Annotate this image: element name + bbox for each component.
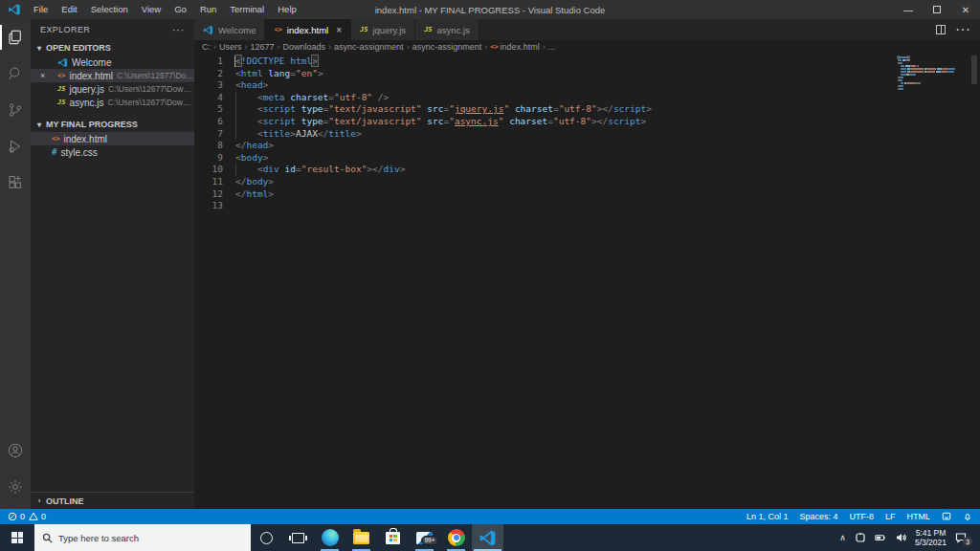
outline-section[interactable]: › OUTLINE (31, 492, 194, 509)
language-mode[interactable]: HTML (907, 512, 931, 521)
menu-view[interactable]: View (135, 0, 167, 19)
menu-help[interactable]: Help (271, 0, 303, 19)
editor-more-actions-icon[interactable]: ··· (955, 21, 970, 38)
vscode-icon (57, 57, 68, 68)
breadcrumb-separator-icon: › (328, 42, 331, 52)
menu-terminal[interactable]: Terminal (223, 0, 271, 19)
breadcrumb-item[interactable]: C: (202, 42, 211, 52)
tray-time: 5:41 PM (915, 528, 947, 538)
code-line[interactable]: 6 <script type="text/javascript" src="as… (194, 116, 980, 128)
code-line[interactable]: 11</body> (194, 176, 980, 188)
warnings-indicator[interactable]: 0 (29, 512, 46, 521)
code-line[interactable]: 12</html> (194, 188, 980, 201)
code-editor[interactable]: 1<!DOCTYPE html>2<html lang="en">3<head>… (194, 54, 980, 509)
line-number: 2 (194, 68, 223, 80)
start-icon[interactable] (0, 524, 34, 551)
js-file-icon: JS (57, 99, 65, 106)
task-view-icon[interactable] (282, 524, 314, 551)
edge-icon[interactable] (314, 524, 345, 551)
tab-welcome[interactable]: Welcome (194, 19, 265, 40)
action-center-icon[interactable]: 3 (955, 532, 972, 543)
line-number: 5 (194, 103, 223, 116)
menu-go[interactable]: Go (167, 0, 193, 19)
eol-sequence[interactable]: LF (885, 512, 896, 521)
code-line[interactable]: 10 <div id="result-box"></div> (194, 164, 980, 176)
menu-edit[interactable]: Edit (55, 0, 83, 19)
files-icon[interactable] (0, 19, 31, 55)
breadcrumb-item[interactable]: async-assignment (334, 42, 404, 52)
explorer-more-actions-icon[interactable]: ··· (172, 25, 185, 35)
line-number: 1 (194, 55, 223, 68)
notification-badge: 3 (963, 537, 972, 546)
breadcrumb-item[interactable]: Downloads (283, 42, 326, 52)
cortana-icon[interactable] (251, 524, 282, 551)
maximize-icon[interactable] (923, 0, 951, 19)
chrome-icon[interactable] (440, 524, 472, 551)
tray-app-icon[interactable] (855, 532, 866, 543)
open-editors-section[interactable]: ▾ OPEN EDITORS (31, 40, 194, 55)
tab-async-js[interactable]: JS async.js (415, 19, 479, 40)
menu-file[interactable]: File (27, 0, 55, 19)
source-control-icon[interactable] (0, 92, 31, 128)
code-line[interactable]: 1<!DOCTYPE html> (194, 55, 980, 68)
line-number: 7 (194, 128, 223, 141)
breadcrumb-item[interactable]: async-assignment (412, 42, 482, 52)
open-editor-async-js[interactable]: JS async.js C:\Users\12677\Downloads... (31, 96, 194, 109)
minimap[interactable] (898, 56, 965, 94)
file-style-css[interactable]: # style.css (31, 145, 194, 159)
menu-run[interactable]: Run (193, 0, 223, 19)
taskbar-search-input[interactable]: Type here to search (34, 524, 251, 551)
code-line[interactable]: 3<head> (194, 79, 980, 92)
code-line[interactable]: 13 (194, 200, 980, 212)
vscode-icon (203, 25, 213, 35)
activity-bar (0, 19, 31, 509)
breadcrumb-item[interactable]: 12677 (251, 42, 275, 52)
file-explorer-icon[interactable] (345, 524, 377, 551)
errors-indicator[interactable]: 0 (8, 512, 25, 521)
close-tab-icon[interactable]: × (336, 25, 342, 35)
account-icon[interactable] (0, 432, 31, 469)
show-hidden-icons-icon[interactable]: ∧ (839, 533, 846, 542)
breadcrumb-item[interactable]: ... (548, 42, 556, 52)
vertical-scrollbar[interactable] (971, 55, 977, 84)
mail-icon[interactable]: 99+ (409, 524, 440, 551)
microsoft-store-icon[interactable] (377, 524, 409, 551)
code-line[interactable]: 7 <title>AJAX</title> (194, 128, 980, 141)
open-editor-index-html[interactable]: × <> index.html C:\Users\12677\Downlo... (31, 69, 194, 82)
html-file-icon: <> (490, 43, 498, 51)
line-number: 9 (194, 152, 223, 165)
code-line[interactable]: 4 <meta charset="utf-8" /> (194, 92, 980, 104)
battery-icon[interactable] (875, 532, 886, 543)
feedback-smiley-icon[interactable] (942, 512, 951, 521)
code-line[interactable]: 5 <script type="text/javascript" src="jq… (194, 103, 980, 116)
open-editor-jquery-js[interactable]: JS jquery.js C:\Users\12677\Download... (31, 82, 194, 96)
vscode-taskbar-icon[interactable] (472, 524, 503, 551)
notifications-bell-icon[interactable] (963, 512, 972, 521)
indentation[interactable]: Spaces: 4 (799, 512, 837, 521)
code-line[interactable]: 9<body> (194, 152, 980, 165)
breadcrumb-item[interactable]: Users (219, 42, 242, 52)
extensions-icon[interactable] (0, 165, 31, 201)
cursor-position[interactable]: Ln 1, Col 1 (746, 512, 789, 521)
project-section[interactable]: ▾ MY FINAL PROGRESS (31, 117, 194, 132)
close-icon[interactable]: ✕ (951, 0, 980, 19)
volume-icon[interactable] (895, 532, 906, 543)
encoding[interactable]: UTF-8 (849, 512, 874, 521)
file-index-html[interactable]: <> index.html (31, 132, 194, 145)
code-line[interactable]: 8</head> (194, 140, 980, 152)
tab-index-html[interactable]: <> index.html × (265, 19, 351, 40)
minimize-icon[interactable]: — (894, 0, 923, 19)
open-editor-welcome[interactable]: Welcome (31, 55, 194, 69)
explorer-sidebar: EXPLORER ··· ▾ OPEN EDITORS Welcome × <>… (31, 19, 194, 509)
close-editor-icon[interactable]: × (40, 71, 45, 80)
menu-selection[interactable]: Selection (84, 0, 135, 19)
settings-gear-icon[interactable] (0, 469, 31, 505)
run-debug-icon[interactable] (0, 128, 31, 165)
tab-jquery-js[interactable]: JS jquery.js (351, 19, 415, 40)
vscode-logo-icon (8, 3, 21, 16)
code-line[interactable]: 2<html lang="en"> (194, 68, 980, 80)
search-icon[interactable] (0, 55, 31, 92)
breadcrumb-item[interactable]: <>index.html (490, 42, 539, 52)
clock[interactable]: 5:41 PM 5/3/2021 (915, 528, 947, 547)
split-editor-icon[interactable] (936, 25, 946, 34)
